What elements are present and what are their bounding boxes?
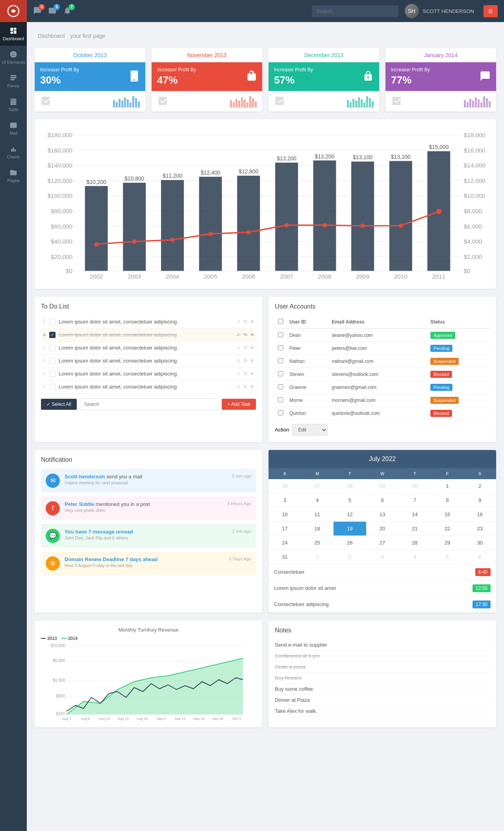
todo-delete-icon[interactable]: ✕ [250,332,254,338]
user-checkbox[interactable] [278,371,283,376]
calendar-day[interactable]: 3 [269,493,301,508]
user-checkbox[interactable] [278,384,283,389]
sidebar-item-charts[interactable]: Charts [0,140,27,164]
calendar-day[interactable]: 28 [398,536,431,550]
calendar-day[interactable]: 10 [269,508,301,522]
sidebar-item-forms[interactable]: Forms [0,69,27,93]
sidebar-item-ui-elements[interactable]: UI Elements [0,46,27,69]
search-input[interactable] [312,6,398,17]
calendar-day[interactable]: 2 [463,479,496,493]
user-checkbox[interactable] [278,358,283,363]
todo-delete-icon[interactable]: ✕ [250,384,254,390]
calendar-day[interactable]: 17 [269,522,301,536]
todo-edit-icon[interactable]: ✎ [243,319,248,325]
calendar-day[interactable]: 16 [463,508,496,522]
todo-check-icon[interactable]: ✓ [237,384,241,390]
drag-handle[interactable]: ⠿ [43,319,46,325]
sidebar-item-dashboard[interactable]: Dashboard [0,22,27,46]
bell-icon-btn[interactable]: 7 [63,6,72,16]
calendar-day[interactable]: 26 [269,479,301,493]
todo-check-icon[interactable]: ✓ [237,371,241,377]
calendar-day[interactable]: 1 [431,479,464,493]
select-all-users-checkbox[interactable] [278,319,283,324]
sidebar-item-mail[interactable]: Mail [0,117,27,140]
calendar-day[interactable]: 30 [463,536,496,550]
calendar-day[interactable]: 5 [334,493,366,508]
calendar-day[interactable]: 27 [366,536,399,550]
calendar-day[interactable]: 26 [334,536,366,550]
note-item: Send e-mail to supplier [275,640,490,651]
drag-handle[interactable]: ⠿ [43,384,46,390]
todo-checkbox[interactable] [49,384,56,390]
calendar-day[interactable]: 14 [398,508,431,522]
drag-handle[interactable]: ⠿ [43,332,46,338]
todo-delete-icon[interactable]: ✕ [250,319,254,325]
calendar-day[interactable]: 12 [334,508,366,522]
mail-icon-btn[interactable]: 5 [48,6,57,16]
calendar-day[interactable]: 22 [431,522,464,536]
todo-check-icon[interactable]: ✓ [237,319,241,325]
action-select[interactable]: Edit Delete Suspend [292,424,328,436]
calendar-day[interactable]: 9 [463,493,496,508]
todo-edit-icon[interactable]: ✎ [243,332,248,338]
calendar-day[interactable]: 19 [334,522,366,536]
todo-delete-icon[interactable]: ✕ [250,371,254,377]
todo-checkbox[interactable]: ✓ [49,332,56,338]
todo-checkbox[interactable] [49,319,56,325]
calendar-day[interactable]: 24 [269,536,301,550]
calendar-day[interactable]: 29 [366,479,399,493]
todo-edit-icon[interactable]: ✎ [243,345,248,351]
calendar-day[interactable]: 20 [366,522,399,536]
drag-handle[interactable]: ⠿ [43,371,46,377]
svg-rect-42 [389,161,412,271]
calendar-day[interactable]: 5 [431,550,464,564]
todo-checkbox[interactable] [49,345,56,351]
calendar-day[interactable]: 29 [431,536,464,550]
sidebar-logo[interactable] [0,0,27,22]
topbar-user[interactable]: SH SCOTT HENDERSON [405,4,474,18]
calendar-day[interactable]: 27 [301,479,334,493]
todo-edit-icon[interactable]: ✎ [243,371,248,377]
calendar-day[interactable]: 13 [366,508,399,522]
calendar-day[interactable]: 30 [398,479,431,493]
sidebar-item-pages[interactable]: Pages [0,164,27,188]
calendar-day[interactable]: 2 [334,550,366,564]
todo-search-input[interactable] [80,398,219,410]
user-checkbox[interactable] [278,332,283,337]
calendar-day[interactable]: 18 [301,522,334,536]
calendar-day[interactable]: 28 [334,479,366,493]
todo-checkbox[interactable] [49,358,56,364]
todo-edit-icon[interactable]: ✎ [243,358,248,364]
user-checkbox[interactable] [278,397,283,402]
sidebar-item-table[interactable]: Table [0,93,27,117]
todo-delete-icon[interactable]: ✕ [250,345,254,351]
user-checkbox[interactable] [278,345,283,350]
calendar-day[interactable]: 6 [366,493,399,508]
drag-handle[interactable]: ⠿ [43,345,46,351]
calendar-day[interactable]: 3 [366,550,399,564]
calendar-day[interactable]: 8 [431,493,464,508]
calendar-day[interactable]: 11 [301,508,334,522]
select-all-button[interactable]: ✓ Select All [41,399,77,410]
menu-button[interactable]: ☰ [484,5,498,17]
calendar-day[interactable]: 21 [398,522,431,536]
calendar-day[interactable]: 4 [398,550,431,564]
calendar-day[interactable]: 6 [463,550,496,564]
drag-handle[interactable]: ⠿ [43,358,46,364]
calendar-day[interactable]: 23 [463,522,496,536]
calendar-day[interactable]: 1 [301,550,334,564]
todo-checkbox[interactable] [49,371,56,377]
todo-check-icon[interactable]: ✓ [237,345,241,351]
calendar-day[interactable]: 4 [301,493,334,508]
calendar-day[interactable]: 31 [269,550,301,564]
user-checkbox[interactable] [278,410,283,415]
todo-edit-icon[interactable]: ✎ [243,384,248,390]
add-task-button[interactable]: + Add Task [222,399,256,410]
calendar-day[interactable]: 25 [301,536,334,550]
todo-check-icon[interactable]: ✓ [237,332,241,338]
calendar-day[interactable]: 7 [398,493,431,508]
message-icon-btn[interactable]: 6 [33,6,42,16]
todo-delete-icon[interactable]: ✕ [250,358,254,364]
todo-check-icon[interactable]: ✓ [237,358,241,364]
calendar-day[interactable]: 15 [431,508,464,522]
